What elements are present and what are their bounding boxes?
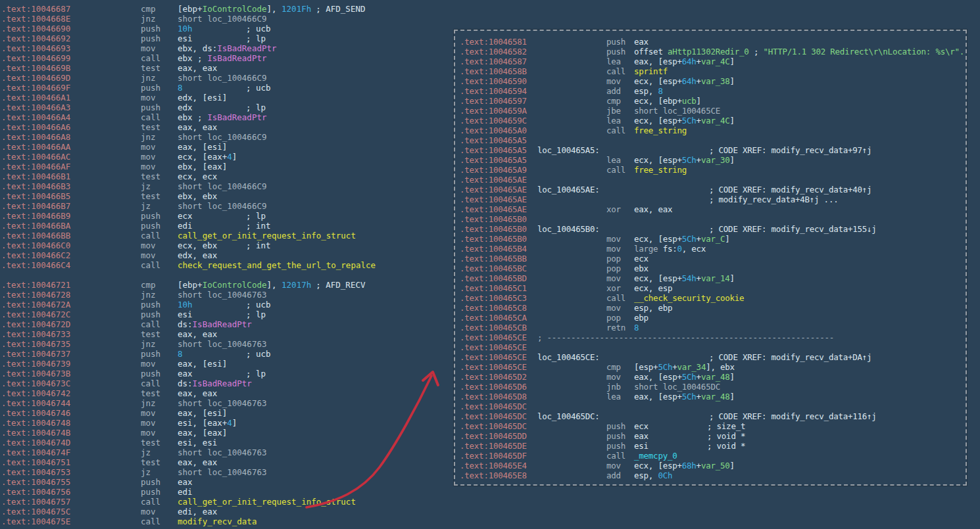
asm-line[interactable]: .text:100465AE; modify_recv_data+4B↑j ..… (455, 195, 966, 204)
asm-line[interactable]: .text:100465B0 (455, 214, 966, 224)
asm-line[interactable]: .text:100465BDmovecx, [esp+54h+var_14] (455, 273, 966, 283)
asm-line[interactable]: .text:100466ACmovecx, [eax+4] (0, 152, 454, 162)
asm-line[interactable]: .text:10046690push10h; ucb (0, 24, 454, 34)
asm-line[interactable]: .text:1004675Cmovedi, eax (0, 507, 454, 517)
asm-line[interactable]: .text:1004675Ecallmodify_recv_data (0, 517, 454, 526)
asm-line[interactable]: .text:10046582pushoffset aHttp11302Redir… (455, 47, 966, 57)
asm-line[interactable]: .text:100465D6jnbshort loc_100465DC (455, 382, 966, 392)
asm-line[interactable]: .text:1004672Cpushesi; lp (0, 310, 454, 319)
asm-address: .text:100465CA (460, 313, 527, 323)
asm-line[interactable]: .text:100466AFmovebx, [eax] (0, 162, 454, 172)
asm-line[interactable]: .text:100466B3jzshort loc_100466C9 (0, 181, 454, 191)
asm-line[interactable]: .text:10046687cmp[ebp+IoControlCode], 12… (0, 4, 454, 14)
asm-line[interactable]: .text:1004658Bcallsprintf (455, 66, 966, 76)
asm-line[interactable]: .text:10046748movesi, [eax+4] (0, 418, 454, 428)
asm-line[interactable]: .text:100465A0callfree_string (455, 126, 966, 135)
asm-line[interactable]: .text:10046755pusheax (0, 477, 454, 487)
asm-line[interactable]: .text:10046739moveax, [esi] (0, 359, 454, 369)
asm-line[interactable]: .text:100466AAmoveax, [esi] (0, 142, 454, 152)
asm-line[interactable]: .text:100465B0movecx, [esp+5Ch+var_C] (455, 234, 966, 244)
asm-line[interactable]: .text:100465DC (455, 402, 966, 411)
asm-line[interactable]: .text:100466A1movedx, [esi] (0, 93, 454, 103)
asm-line[interactable]: .text:10046753jzshort loc_10046763 (0, 467, 454, 477)
asm-line[interactable]: .text:100465B4movlarge fs:0, ecx (455, 244, 966, 254)
asm-line[interactable]: .text:10046692pushesi; lp (0, 34, 454, 43)
asm-line[interactable]: .text:100465DDpusheax; void * (455, 431, 966, 441)
asm-line[interactable]: .text:100465D8leaeax, [esp+5Ch+var_48] (455, 392, 966, 402)
asm-line[interactable]: .text:1004669Btesteax, eax (0, 63, 454, 73)
asm-line[interactable]: .text:100465CEloc_100465CE:; CODE XREF: … (455, 352, 966, 362)
asm-operands: eax, [esp+5Ch+var_48] (634, 392, 735, 402)
asm-line[interactable]: .text:1004672Dcallds:IsBadReadPtr (0, 319, 454, 329)
asm-line[interactable]: .text:100465A5 (455, 135, 966, 145)
asm-line[interactable]: .text:100466A4callebx ; IsBadReadPtr (0, 112, 454, 122)
asm-line[interactable]: .text:100465E8addesp, 0Ch (455, 471, 966, 480)
asm-line[interactable]: .text:100466BBcallcall_get_or_init_reque… (0, 231, 454, 241)
asm-line[interactable]: .text:100465A5loc_100465A5:; CODE XREF: … (455, 145, 966, 155)
asm-line[interactable]: .text:10046693movebx, ds:IsBadReadPtr (0, 43, 454, 53)
asm-line[interactable]: .text:10046757callcall_get_or_init_reque… (0, 497, 454, 507)
asm-line[interactable]: .text:1004674Fjzshort loc_10046763 (0, 448, 454, 457)
asm-line[interactable]: .text:100465DFcall_memcpy_0 (455, 451, 966, 461)
asm-line[interactable]: .text:100466B5testebx, ebx (0, 191, 454, 201)
asm-line[interactable]: .text:100466C2movedx, eax (0, 250, 454, 260)
asm-line[interactable] (0, 270, 454, 280)
asm-line[interactable]: .text:100465DEpushesi; void * (455, 441, 966, 451)
asm-line[interactable]: .text:100465BBpopecx (455, 254, 966, 264)
asm-line[interactable]: .text:1004674Dtestesi, esi (0, 438, 454, 448)
asm-line[interactable]: .text:10046742testeax, eax (0, 388, 454, 398)
asm-line[interactable]: .text:10046737push8; ucb (0, 349, 454, 359)
asm-line[interactable]: .text:100465CE; ------------------------… (455, 333, 966, 342)
asm-line[interactable]: .text:10046721cmp[ebp+IoControlCode], 12… (0, 280, 454, 290)
asm-line[interactable]: .text:100465C3call__check_security_cooki… (455, 293, 966, 303)
asm-line[interactable]: .text:100465DCloc_100465DC:; CODE XREF: … (455, 411, 966, 421)
asm-line[interactable]: .text:100466A3pushedx; lp (0, 103, 454, 112)
asm-line[interactable]: .text:100465CApopebp (455, 313, 966, 323)
asm-line[interactable]: .text:100466B9pushecx; lp (0, 211, 454, 221)
asm-line[interactable]: .text:1004673Bpusheax; lp (0, 369, 454, 379)
asm-line[interactable]: .text:100466C0movecx, ebx; int (0, 241, 454, 250)
asm-line[interactable]: .text:100465CEcmp[esp+5Ch+var_34], ebx (455, 362, 966, 372)
asm-line[interactable]: .text:100465AExoreax, eax (455, 204, 966, 214)
asm-line[interactable]: .text:100465A5leaecx, [esp+5Ch+var_30] (455, 155, 966, 165)
asm-line[interactable]: .text:100465AEloc_100465AE:; CODE XREF: … (455, 185, 966, 195)
asm-line[interactable]: .text:100465A9callfree_string (455, 165, 966, 175)
asm-line[interactable]: .text:10046594addesp, 8 (455, 86, 966, 96)
asm-line[interactable]: .text:1004659Cleaecx, [esp+5Ch+var_4C] (455, 116, 966, 126)
asm-line[interactable]: .text:100466B1testecx, ecx (0, 172, 454, 181)
asm-line[interactable]: .text:100465CE (455, 342, 966, 352)
asm-line[interactable]: .text:100465E4movecx, [esp+68h+var_50] (455, 461, 966, 471)
asm-line[interactable]: .text:100465CBretn8 (455, 323, 966, 333)
asm-line[interactable]: .text:100465B0loc_100465B0:; CODE XREF: … (455, 224, 966, 234)
asm-line[interactable]: .text:100465D2moveax, [esp+5Ch+var_48] (455, 372, 966, 382)
asm-line[interactable]: .text:100465C8movesp, ebp (455, 303, 966, 313)
asm-line[interactable]: .text:10046587leaeax, [esp+64h+var_4C] (455, 57, 966, 66)
asm-line[interactable]: .text:10046735jnzshort loc_10046763 (0, 339, 454, 349)
asm-line[interactable]: .text:1004673Ccallds:IsBadReadPtr (0, 379, 454, 388)
asm-line[interactable]: .text:100465DCpushecx; size_t (455, 421, 966, 431)
asm-line[interactable]: .text:10046746moveax, [esi] (0, 408, 454, 418)
asm-line[interactable]: .text:10046756pushedi (0, 487, 454, 497)
asm-line[interactable]: .text:10046751testeax, eax (0, 457, 454, 467)
asm-line[interactable]: .text:1004669Djnzshort loc_100466C9 (0, 73, 454, 83)
asm-line[interactable]: .text:10046728jnzshort loc_10046763 (0, 290, 454, 300)
asm-line[interactable]: .text:100466B7jzshort loc_100466C9 (0, 201, 454, 211)
asm-line[interactable]: .text:100466C4callcheck_request_and_get_… (0, 260, 454, 270)
asm-line[interactable]: .text:100465C1xorecx, esp (455, 283, 966, 293)
asm-line[interactable]: .text:10046699callebx ; IsBadReadPtr (0, 53, 454, 63)
asm-line[interactable]: .text:10046744jnzshort loc_10046763 (0, 398, 454, 408)
asm-line[interactable]: .text:100465BCpopebx (455, 264, 966, 273)
asm-line[interactable]: .text:100466BApushedi; int (0, 221, 454, 231)
asm-line[interactable]: .text:1004672Apush10h; ucb (0, 300, 454, 310)
asm-line[interactable]: .text:1004668Ejnzshort loc_100466C9 (0, 14, 454, 24)
asm-line[interactable]: .text:10046590movecx, [esp+64h+var_38] (455, 76, 966, 86)
asm-line[interactable]: .text:10046733testeax, eax (0, 329, 454, 339)
asm-line[interactable]: .text:100465AE (455, 175, 966, 185)
asm-line[interactable]: .text:10046597cmpecx, [ebp+ucb] (455, 96, 966, 106)
asm-line[interactable]: .text:10046581pusheax (455, 37, 966, 47)
asm-line[interactable]: .text:1004659Ajbeshort loc_100465CE (455, 106, 966, 116)
asm-line[interactable]: .text:100466A6testeax, eax (0, 122, 454, 132)
asm-line[interactable]: .text:100466A8jnzshort loc_100466C9 (0, 132, 454, 142)
asm-line[interactable]: .text:1004669Fpush8; ucb (0, 83, 454, 93)
asm-line[interactable]: .text:1004674Bmoveax, [eax] (0, 428, 454, 438)
